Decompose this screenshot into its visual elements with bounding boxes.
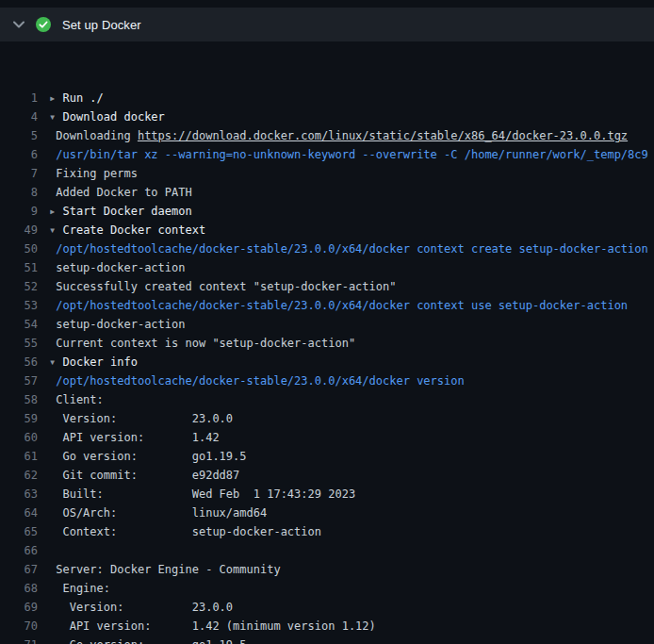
log-line: 59 Version: 23.0.0 bbox=[0, 409, 654, 428]
line-number[interactable]: 7 bbox=[0, 164, 49, 183]
log-text: setup-docker-action bbox=[49, 318, 186, 331]
line-number[interactable]: 66 bbox=[0, 541, 49, 560]
log-line: 71 Go version: go1.19.5 bbox=[0, 636, 654, 644]
line-number[interactable]: 6 bbox=[0, 145, 49, 164]
line-number[interactable]: 64 bbox=[0, 504, 49, 522]
log-line[interactable]: 9▸ Start Docker daemon bbox=[0, 202, 654, 221]
log-text-line: Fixing perms bbox=[49, 164, 654, 183]
line-number[interactable]: 56 bbox=[0, 353, 49, 372]
log-text-line: Engine: bbox=[49, 579, 654, 598]
step-title: Set up Docker bbox=[62, 18, 141, 32]
command-text: /opt/hostedtoolcache/docker-stable/23.0.… bbox=[49, 374, 465, 388]
line-number[interactable]: 50 bbox=[0, 239, 49, 258]
log-line: 66 bbox=[0, 541, 654, 560]
log-text-line: Git commit: e92dd87 bbox=[49, 466, 654, 485]
line-number[interactable]: 62 bbox=[0, 466, 49, 485]
log-text: Version: 23.0.0 bbox=[49, 412, 233, 425]
log-line: 63 Built: Wed Feb 1 17:43:29 2023 bbox=[0, 485, 654, 504]
log-line: 67 Server: Docker Engine - Community bbox=[0, 560, 654, 579]
line-number[interactable]: 70 bbox=[0, 617, 49, 636]
line-number[interactable]: 8 bbox=[0, 183, 49, 202]
line-number[interactable]: 69 bbox=[0, 598, 49, 617]
triangle-down-icon[interactable]: ▾ bbox=[49, 355, 62, 369]
log-text: setup-docker-action bbox=[49, 261, 186, 274]
log-line: 62 Git commit: e92dd87 bbox=[0, 466, 654, 485]
log-link[interactable]: https://download.docker.com/linux/static… bbox=[138, 129, 628, 142]
line-number[interactable]: 1 bbox=[0, 89, 49, 107]
log-line: 61 Go version: go1.19.5 bbox=[0, 447, 654, 466]
log-line: 69 Version: 23.0.0 bbox=[0, 598, 654, 617]
log-text: Context: setup-docker-action bbox=[49, 525, 321, 538]
line-number[interactable]: 57 bbox=[0, 372, 49, 390]
line-number[interactable]: 49 bbox=[0, 221, 49, 239]
log-line: 60 API version: 1.42 bbox=[0, 428, 654, 447]
log-text-line: Go version: go1.19.5 bbox=[49, 447, 654, 466]
line-number[interactable]: 61 bbox=[0, 447, 49, 466]
line-number[interactable]: 55 bbox=[0, 334, 49, 353]
command-text: /opt/hostedtoolcache/docker-stable/23.0.… bbox=[49, 299, 628, 312]
line-number[interactable]: 60 bbox=[0, 428, 49, 447]
line-number[interactable]: 63 bbox=[0, 485, 49, 504]
log-group-header[interactable]: ▾ Download docker bbox=[49, 107, 654, 126]
log-line: 53 /opt/hostedtoolcache/docker-stable/23… bbox=[0, 296, 654, 315]
log-line[interactable]: 56▾ Docker info bbox=[0, 353, 654, 372]
log-line: 58 Client: bbox=[0, 390, 654, 409]
log-text-line: API version: 1.42 bbox=[49, 428, 654, 447]
log-text: Built: Wed Feb 1 17:43:29 2023 bbox=[49, 487, 355, 501]
log-line: 6 /usr/bin/tar xz --warning=no-unknown-k… bbox=[0, 145, 654, 164]
log-text: API version: 1.42 (minimum version 1.12) bbox=[49, 619, 376, 633]
group-title: Run ./ bbox=[62, 91, 103, 105]
triangle-right-icon[interactable]: ▸ bbox=[49, 205, 62, 218]
line-number[interactable]: 53 bbox=[0, 296, 49, 315]
line-number[interactable]: 5 bbox=[0, 126, 49, 145]
log-text-line: Go version: go1.19.5 bbox=[49, 636, 654, 644]
log-text-line: /usr/bin/tar xz --warning=no-unknown-key… bbox=[49, 145, 654, 164]
log-group-header[interactable]: ▸ Run ./ bbox=[49, 89, 654, 107]
line-number[interactable]: 65 bbox=[0, 522, 49, 541]
log-text: Go version: go1.19.5 bbox=[49, 638, 247, 644]
log-text: Server: Docker Engine - Community bbox=[49, 563, 281, 576]
log-line: 51 setup-docker-action bbox=[0, 258, 654, 277]
chevron-down-icon[interactable] bbox=[13, 21, 25, 28]
line-number[interactable]: 67 bbox=[0, 560, 49, 579]
log-group-header[interactable]: ▾ Create Docker context bbox=[49, 221, 654, 239]
triangle-right-icon[interactable]: ▸ bbox=[49, 91, 62, 105]
log-text: Current context is now "setup-docker-act… bbox=[49, 337, 355, 350]
line-number[interactable]: 51 bbox=[0, 258, 49, 277]
log-text: OS/Arch: linux/amd64 bbox=[49, 506, 267, 520]
line-number[interactable]: 4 bbox=[0, 107, 49, 126]
group-title: Docker info bbox=[62, 355, 137, 369]
line-number[interactable]: 58 bbox=[0, 390, 49, 409]
log-group-header[interactable]: ▸ Start Docker daemon bbox=[49, 202, 654, 221]
log-text-line: Added Docker to PATH bbox=[49, 183, 654, 202]
triangle-down-icon[interactable]: ▾ bbox=[49, 223, 62, 237]
log-line: 50 /opt/hostedtoolcache/docker-stable/23… bbox=[0, 239, 654, 258]
line-number[interactable]: 71 bbox=[0, 636, 49, 644]
log-text-line: API version: 1.42 (minimum version 1.12) bbox=[49, 617, 654, 636]
log-line[interactable]: 49▾ Create Docker context bbox=[0, 221, 654, 239]
line-number[interactable]: 59 bbox=[0, 409, 49, 428]
log-line: 8 Added Docker to PATH bbox=[0, 183, 654, 202]
log-line[interactable]: 4▾ Download docker bbox=[0, 107, 654, 126]
triangle-down-icon[interactable]: ▾ bbox=[49, 110, 62, 124]
line-number[interactable]: 68 bbox=[0, 579, 49, 598]
log-line: 70 API version: 1.42 (minimum version 1.… bbox=[0, 617, 654, 636]
log-text-line: Context: setup-docker-action bbox=[49, 522, 654, 541]
log-text-line: /opt/hostedtoolcache/docker-stable/23.0.… bbox=[49, 239, 654, 258]
log-text-line: Client: bbox=[49, 390, 654, 409]
log-text-line: Version: 23.0.0 bbox=[49, 598, 654, 617]
line-number[interactable]: 9 bbox=[0, 202, 49, 221]
log-line[interactable]: 1▸ Run ./ bbox=[0, 89, 654, 107]
log-text-line: Server: Docker Engine - Community bbox=[49, 560, 654, 579]
step-header[interactable]: Set up Docker bbox=[0, 8, 654, 41]
command-text: /usr/bin/tar xz --warning=no-unknown-key… bbox=[49, 148, 648, 161]
log-text-line: Successfully created context "setup-dock… bbox=[49, 277, 654, 296]
log-group-header[interactable]: ▾ Docker info bbox=[49, 353, 654, 372]
line-number[interactable]: 52 bbox=[0, 277, 49, 296]
log-text: API version: 1.42 bbox=[49, 431, 220, 444]
log-text: Client: bbox=[49, 393, 104, 406]
log-text: Successfully created context "setup-dock… bbox=[49, 280, 396, 293]
line-number[interactable]: 54 bbox=[0, 315, 49, 334]
log-text-line: Built: Wed Feb 1 17:43:29 2023 bbox=[49, 485, 654, 504]
log-text: Git commit: e92dd87 bbox=[49, 469, 239, 482]
